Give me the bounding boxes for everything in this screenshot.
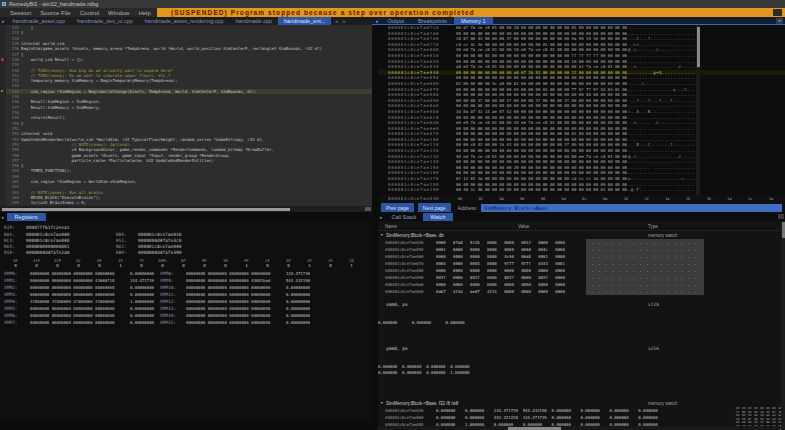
watch-float-row: 000001c8ce7ae060 0.000000 0.000000 343.3… — [378, 414, 785, 421]
cpu-flag: VIP 0 — [48, 258, 67, 268]
panel-tab[interactable]: Breakpoints — [411, 17, 454, 25]
source-editor[interactable]: 232 } 233 } 234 235 internal world_sim 2… — [0, 25, 372, 206]
register-label: XMM10: — [160, 285, 186, 290]
watch-scroll-button[interactable] — [778, 214, 784, 219]
panel-tab[interactable]: Output — [381, 17, 412, 25]
register-label: XMM8: — [160, 271, 186, 276]
flag-value: 0 — [216, 263, 235, 268]
collapse-icon[interactable]: ▸ — [376, 18, 379, 24]
memory-ascii: .@.F.................... — [628, 187, 695, 193]
watch-tab[interactable]: Watch — [423, 213, 452, 221]
flag-value: 0 — [279, 263, 298, 268]
watch-item[interactable]: ▼ SimMemory.Block->Base, f32 /8 /w8 memo… — [378, 399, 785, 407]
scrollbar-corner — [365, 207, 371, 211]
cpu-flags-row: OF 0 VIF 0 VIP 0 AC 0 DF 0 IF 1 — [4, 255, 372, 270]
next-page-button[interactable]: Next page — [418, 203, 451, 212]
file-tab[interactable]: handmade_ent... — [278, 17, 331, 25]
register-label: XMM1: — [4, 278, 30, 283]
tab-overflow-button[interactable]: ▾ — [776, 18, 783, 24]
panel-tabs: OutputBreakpointsMemory 1 — [381, 17, 493, 25]
menu-item[interactable]: Session — [10, 10, 31, 16]
tab-registers[interactable]: Registers — [7, 213, 46, 221]
register-value: 00000000 00000000 00000000 00000000 — [186, 306, 276, 311]
collapse-icon[interactable]: ▸ — [2, 18, 5, 24]
panel-tab[interactable]: Memory 1 — [454, 17, 492, 25]
register-float-value: 134.471739 — [120, 278, 160, 283]
flag-value: 1 — [111, 263, 130, 268]
register-label: XMM11: — [160, 292, 186, 297]
memory-hex-groups: 0000 0000 0000 0000 0000 0000 0000 0000 — [436, 267, 586, 274]
register-label: XMM13: — [160, 306, 186, 311]
expander-icon[interactable]: ▼ — [380, 401, 383, 405]
memory-row[interactable]: 000001c8ce7ae190 00 40 1c 46 00 00 00 00… — [378, 187, 785, 193]
register-float-value: 0.00000000 — [120, 285, 160, 290]
watch-memory-row: 000001c8ce7ae050 0001 0000 0000 0000 000… — [378, 246, 785, 253]
file-tab[interactable]: handmade.cpp — [230, 17, 278, 25]
cpu-flag: PF 1 — [237, 258, 256, 268]
flag-value: 0 — [69, 263, 88, 268]
memory-address: 000001c8ce7ae050 — [378, 246, 436, 253]
register-label: XMM3: — [4, 292, 30, 297]
register-label: RDX: — [4, 244, 26, 249]
register-label: XMM2: — [4, 285, 30, 290]
flag-value: 0 — [48, 263, 67, 268]
offset-label: 18 — [707, 197, 711, 201]
register-label: RBX: — [116, 232, 138, 237]
cpu-flag: TF 0 — [132, 258, 151, 268]
memory-vscrollbar-thumb[interactable] — [697, 27, 700, 67]
expander-icon[interactable]: ▼ — [380, 233, 383, 237]
xmm-register-row: XMM7: 00000000 00000000 00000000 0000000… — [4, 319, 372, 326]
watch-tab[interactable]: Call Stack — [385, 213, 424, 221]
window-title: RemedyBG - win32_handmade.rdbg — [9, 1, 98, 7]
watch-item[interactable]: ▼ SimMemory.Block->Base, db memory watch — [378, 231, 785, 239]
watch-vscrollbar[interactable] — [781, 221, 785, 430]
code-hscrollbar-thumb[interactable] — [2, 208, 290, 211]
offset-label: 08 — [541, 197, 545, 201]
cpu-flag: AF 0 — [279, 258, 298, 268]
status-button[interactable] — [773, 9, 782, 16]
prev-page-button[interactable]: Prev page — [381, 203, 414, 212]
memory-panel[interactable]: 000001c8ce7adfc0 60 df 7a ce c8 01 00 00… — [378, 25, 785, 195]
code-hscrollbar[interactable] — [0, 206, 372, 212]
watch-name: SimMemory.Block->Base, f32 /8 /w8 — [386, 401, 458, 406]
offset-label: 02 — [479, 197, 483, 201]
code-text: } — [21, 121, 23, 126]
memory-vscrollbar[interactable] — [696, 25, 700, 195]
code-text: BeginSim(game_assets *Assets, memory_are… — [21, 46, 322, 51]
address-label: Address: — [458, 205, 478, 211]
menu-item[interactable]: Control — [80, 10, 99, 16]
gutter-marker[interactable] — [0, 200, 6, 205]
memory-ascii: ................ — [586, 253, 704, 260]
file-tab[interactable]: handmade_asset_rendering.cpp — [139, 17, 230, 25]
watch-header: Name Value Type — [378, 221, 785, 231]
xmm-register-row: XMM1: 00000000 00000000 00000000 43068f1… — [4, 277, 372, 284]
collapse-icon[interactable]: ▸ — [2, 214, 5, 220]
cpu-flag: IF 1 — [111, 258, 130, 268]
watch-panel[interactable]: Name Value Type ▼ SimMemory.Block->Base,… — [378, 221, 785, 430]
tab-nav-back-icon[interactable]: « — [335, 18, 338, 24]
menu-item[interactable]: Source File — [40, 10, 70, 16]
menu-item[interactable]: Help — [138, 10, 150, 16]
file-tab[interactable]: handmade_dev_ui.cpp — [71, 17, 139, 25]
watch-vscrollbar-thumb[interactable] — [782, 222, 785, 238]
watch-type: v256 — [648, 346, 659, 351]
register-value: 00000000 00000000 00000000 00000000 — [30, 285, 120, 290]
menu-item[interactable]: Window — [108, 10, 129, 16]
watch-item[interactable]: xmm0, ps 0.000000 0.000000 0.000000 v128 — [378, 301, 785, 345]
file-tab[interactable]: handmade_asset.cpp — [7, 17, 72, 25]
memory-ascii: ................ — [586, 281, 704, 288]
watch-hscrollbar[interactable] — [378, 426, 780, 430]
watch-hscrollbar-thumb[interactable] — [508, 427, 561, 430]
collapse-icon[interactable]: ▸ — [380, 214, 383, 220]
memory-address: 000001c8ce7ae040 — [378, 408, 436, 413]
code-text: return(Result); — [21, 115, 67, 120]
register-value: 00000000 00000000 00000000 00000000 — [186, 285, 276, 290]
cpu-flag: VM 0 — [216, 258, 235, 268]
memory-hex-groups: 0ab7 413d ae07 4214 0000 0000 0000 0000 — [436, 288, 586, 295]
tab-nav-fwd-icon[interactable]: » — [342, 18, 345, 24]
memory-address: 000001c8ce7ae0b0 — [378, 288, 436, 295]
flag-value: 0 — [6, 263, 25, 268]
watch-item[interactable]: ymm0, ps 0.000000 0.000000 0.000000 0.00… — [378, 345, 785, 395]
flag-value: 0 — [90, 263, 109, 268]
address-input[interactable]: SimMemory.Block->Base — [481, 204, 782, 212]
